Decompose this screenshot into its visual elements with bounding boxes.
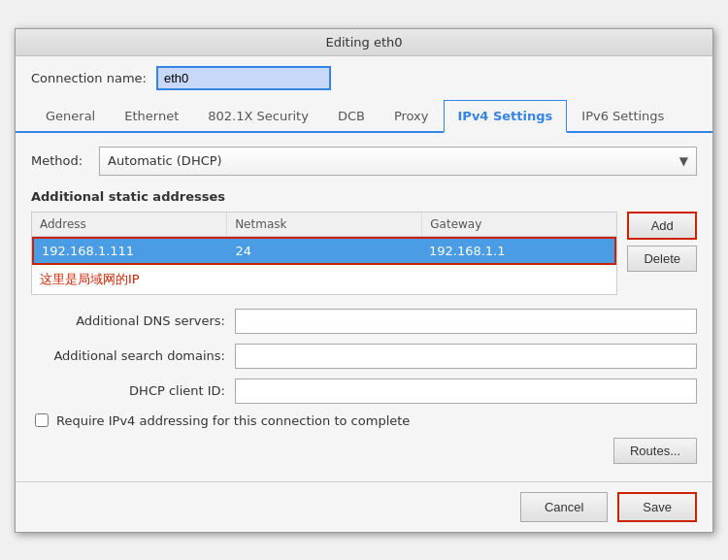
table-buttons: Add Delete [627,212,697,295]
connection-name-input[interactable] [156,66,331,90]
routes-row: Routes... [31,438,697,464]
section-title-static-addresses: Additional static addresses [31,189,697,204]
titlebar: Editing eth0 [16,29,712,56]
search-domains-row: Additional search domains: [31,344,697,369]
require-ipv4-row: Require IPv4 addressing for this connect… [31,413,697,428]
dns-servers-input[interactable] [235,309,697,334]
search-domains-input[interactable] [235,344,697,369]
delete-button[interactable]: Delete [627,246,697,272]
col-header-address: Address [32,213,227,236]
dns-servers-row: Additional DNS servers: [31,309,697,334]
addresses-table: Address Netmask Gateway 192.168.1.111 24… [31,212,617,295]
tab-dcb[interactable]: DCB [323,100,380,133]
table-area: Address Netmask Gateway 192.168.1.111 24… [31,212,697,295]
tab-ipv4[interactable]: IPv4 Settings [444,100,568,133]
require-ipv4-checkbox[interactable] [35,413,49,427]
col-header-netmask: Netmask [227,213,422,236]
dialog: Editing eth0 Connection name: General Et… [15,28,713,533]
titlebar-label: Editing eth0 [325,35,402,49]
connection-name-label: Connection name: [31,71,147,85]
cell-gateway: 192.168.1.1 [421,239,614,263]
tab-ipv6[interactable]: IPv6 Settings [567,100,678,133]
tab-proxy[interactable]: Proxy [380,100,444,133]
dhcp-client-id-input[interactable] [235,379,697,404]
save-button[interactable]: Save [617,492,697,522]
add-button[interactable]: Add [627,212,697,240]
chevron-down-icon: ▼ [679,154,688,168]
tabs: General Ethernet 802.1X Security DCB Pro… [16,100,712,133]
col-header-gateway: Gateway [422,213,616,236]
dhcp-client-id-label: DHCP client ID: [31,383,225,398]
method-select[interactable]: Automatic (DHCP) ▼ [99,147,697,176]
main-content: Method: Automatic (DHCP) ▼ Additional st… [16,133,712,481]
table-header: Address Netmask Gateway [32,213,616,237]
method-label: Method: [31,153,89,168]
dns-servers-label: Additional DNS servers: [31,313,225,328]
dhcp-client-id-row: DHCP client ID: [31,379,697,404]
cell-netmask: 24 [227,239,420,263]
cell-address: 192.168.1.111 [34,239,227,263]
tab-general[interactable]: General [31,100,110,133]
routes-button[interactable]: Routes... [613,438,697,464]
tab-security[interactable]: 802.1X Security [193,100,323,133]
method-row: Method: Automatic (DHCP) ▼ [31,147,697,176]
table-row[interactable]: 192.168.1.111 24 192.168.1.1 [32,237,616,265]
tab-ethernet[interactable]: Ethernet [110,100,193,133]
dialog-footer: Cancel Save [16,481,712,532]
connection-name-input-wrapper [156,66,331,90]
cancel-button[interactable]: Cancel [520,492,608,522]
note-text: 这里是局域网的IP [32,265,616,294]
method-value: Automatic (DHCP) [108,153,222,168]
search-domains-label: Additional search domains: [31,348,225,363]
connection-name-row: Connection name: [16,56,712,100]
require-ipv4-label: Require IPv4 addressing for this connect… [56,413,410,428]
